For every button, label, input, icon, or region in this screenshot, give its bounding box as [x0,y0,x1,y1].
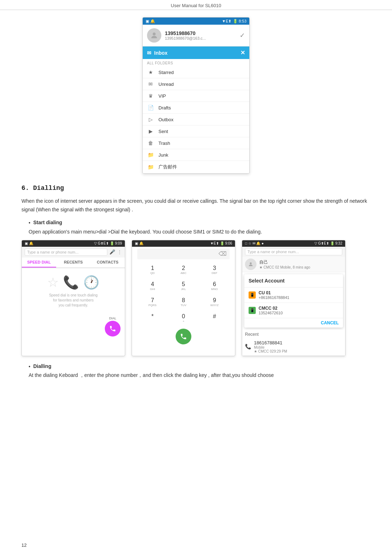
trash-icon: 🗑 [147,140,154,146]
envelope-icon: ✉ [147,81,154,87]
dialer1-search-placeholder: Type a name or phone num... [27,250,79,254]
recent-contact-name: 自己 [259,259,342,265]
cu01-info: CU 01 +8618616788841 [259,290,339,300]
numpad-key-7[interactable]: 7 PQRS [137,294,168,310]
tab-contacts[interactable]: CONTACTS [90,257,125,267]
dialer-screen-1: ▣ 🔔 ▽ G⬆E⬆ 🔋 9:09 Type a name or phone n… [21,240,125,356]
sent-icon: ▶ [147,128,154,134]
bullet-dot-2: • [29,364,30,369]
page-number: 12 [21,542,26,548]
folder-junk-label: Junk [158,152,168,158]
delete-button[interactable]: ⌫ [219,250,227,257]
dialer1-status-bar: ▣ 🔔 ▽ G⬆E⬆ 🔋 9:09 [22,240,125,247]
bullet-dialling: • Dialling [29,363,371,369]
start-dialing-subtext: Open application's main menu>dial >Dial … [29,228,371,236]
dialer1-search-box[interactable]: Type a name or phone num... [25,249,107,256]
dialer2-status-bar: ▣ 🔔 ▼E⬆ 🔋 9:06 [132,240,235,247]
numpad-key-3[interactable]: 3 DEF [199,262,230,278]
svg-point-1 [250,262,251,264]
folder-item-vip[interactable]: ♛ VIP [143,90,249,102]
bullet-label: Start dialing [33,220,62,226]
contact-avatar [147,28,161,43]
numpad-key-4[interactable]: 4 GHI [137,278,168,294]
speed-dial-hint-text: Speed dial is one touch dialingfor favor… [49,293,98,308]
header-title: User Manual for SL6010 [171,3,221,8]
junk-icon: 📁 [147,152,154,158]
numpad-key-9[interactable]: 9 WXYZ [199,294,230,310]
cmcc02-name: CMCC 02 [259,306,339,311]
folder-trash-label: Trash [158,141,170,146]
numpad-key-6[interactable]: 6 MNO [199,278,230,294]
dialer3-search-placeholder: Type a name or phone num... [248,250,299,254]
dialer1-search-bar: Type a name or phone num... 🎤 ⋮ [22,247,125,257]
outbox-icon: ▷ [147,117,154,122]
speed-dial-star-icon: ☆ 📞 🕐 [47,275,99,290]
tab-speed-dial[interactable]: SPEED DIAL [22,257,56,267]
folder-item-outbox[interactable]: ▷ Outbox [143,114,249,126]
star-icon: ★ [147,69,154,75]
folder-item-junk[interactable]: 📁 Junk [143,149,249,161]
contact-name: 13951988670 [165,30,236,36]
folder-item-sent[interactable]: ▶ Sent [143,126,249,137]
folder-item-trash[interactable]: 🗑 Trash [143,137,249,149]
recent-call-behind-dialog: 自己 ★ CMCC 02 Mobile, 8 mins ago [242,257,345,272]
numpad-key-0[interactable]: 0 + [168,310,199,326]
email-status-bar: ▣ 🔔 ▼E⬆ 🔋 8:53 [143,18,249,25]
recent-call-type: Mobile [254,345,264,349]
ads-icon: 📁 [147,164,154,170]
folders-section-label: ALL FOLDERS [143,59,249,67]
dialer-screenshots-row: ▣ 🔔 ▽ G⬆E⬆ 🔋 9:09 Type a name or phone n… [21,240,371,356]
cmcc02-icon: 📱 [249,307,256,314]
recent-section-title: Recent [242,330,345,338]
recent-contact-sub: ★ CMCC 02 Mobile, 8 mins ago [259,265,342,269]
numpad-key-star[interactable]: * [137,310,168,326]
call-button-row [137,326,230,346]
recent-call-item: 📞 18616788841 Mobile ★ CMCC 029:29 PM [242,338,345,356]
folder-unread-label: Unread [158,82,174,87]
inbox-tab[interactable]: ✉ Inbox ✕ [143,46,249,59]
dialer3-search-bar: Type a name or phone num... [242,247,345,257]
folder-item-ads[interactable]: 📁 广告邮件 [143,161,249,173]
folder-item-starred[interactable]: ★ Starred [143,67,249,78]
status-bar-right: ▼E⬆ 🔋 8:53 [222,19,246,24]
cmcc02-number: 13524672610 [259,311,339,315]
tab-recents[interactable]: RECENTS [56,257,90,267]
menu-icon: ⋮ [117,249,122,255]
recent-call-network: ★ CMCC 029:29 PM [254,349,287,353]
dial-button[interactable] [105,321,121,337]
folder-outbox-label: Outbox [158,117,173,122]
numpad-key-1[interactable]: 1 QD [137,262,168,278]
dialog-title: Select Account [244,274,343,288]
inbox-tab-label: Inbox [154,50,167,56]
crown-icon: ♛ [147,93,154,99]
status-bar-left-icons: ▣ 🔔 [146,19,155,24]
account-cu01[interactable]: 📱 CU 01 +8618616788841 [244,288,343,303]
close-icon[interactable]: ✕ [240,49,245,56]
folder-item-drafts[interactable]: 📄 Drafts [143,102,249,114]
phone-placeholder-icon: 📞 [63,275,79,290]
mic-icon: 🎤 [109,249,115,255]
recent-call-number: 18616788841 [254,340,287,345]
cmcc02-info: CMCC 02 13524672610 [259,306,339,315]
account-cmcc02[interactable]: 📱 CMCC 02 13524672610 [244,303,343,318]
dialer-screen-2: ▣ 🔔 ▼E⬆ 🔋 9:06 ⌫ 1 QD 2 ABC [132,240,235,356]
dialer3-search-input[interactable]: Type a name or phone num... [245,248,342,255]
numpad-key-5[interactable]: 5 JKL [168,278,199,294]
email-contact-header: 13951988670 13951988670@163.c... ✓ [143,25,249,46]
phone-recent-icon: 📞 [245,344,251,349]
dialer3-status-bar: □ ☆ ✉ 🔔 ● ▽ G⬆E⬆ 🔋 9:32 [242,240,345,247]
folder-item-unread[interactable]: ✉ Unread [143,78,249,90]
numpad-key-8[interactable]: 8 TUV [168,294,199,310]
email-phone-mockup: ▣ 🔔 ▼E⬆ 🔋 8:53 13951988670 13951988670@1… [142,17,250,174]
contacts-tab-label: CONTACTS [97,260,118,264]
dialog-cancel-button[interactable]: CANCEL [321,320,339,325]
recent-call-details: 18616788841 Mobile ★ CMCC 029:29 PM [254,340,287,353]
speed-dial-content: ☆ 📞 🕐 Speed dial is one touch dialingfor… [22,268,125,315]
dialer3-status-right: ▽ G⬆E⬆ 🔋 9:32 [314,241,342,245]
numpad-key-hash[interactable]: # [199,310,230,326]
numpad-key-2[interactable]: 2 ABC [168,262,199,278]
svg-point-0 [153,33,156,35]
call-button[interactable] [176,329,191,344]
dialer2-status-right: ▼E⬆ 🔋 9:06 [210,241,232,245]
drafts-icon: 📄 [147,105,154,110]
